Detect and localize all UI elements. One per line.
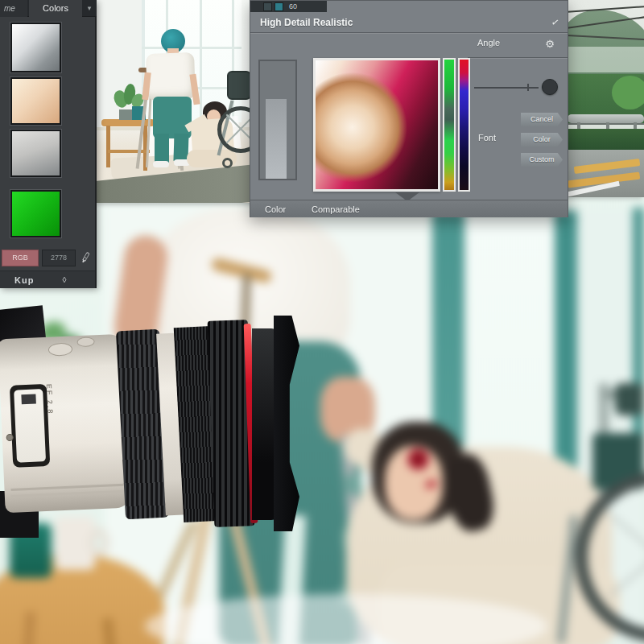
table-shelf (108, 150, 150, 153)
color-mode-button[interactable]: RGB (2, 250, 39, 266)
tab-partial[interactable]: me (0, 0, 27, 17)
road-photo[interactable] (568, 0, 644, 197)
slider-tick (527, 84, 529, 91)
footer-tab-comparable[interactable]: Comparable (312, 200, 392, 218)
angle-label: Angle (477, 38, 514, 51)
dialog-footer: Color Comparable (250, 200, 568, 217)
mini-swatch-teal[interactable] (275, 2, 283, 11)
barrel-groove (11, 490, 124, 497)
lens-hood (274, 316, 299, 531)
dialog-header: High Detail Realistic ✓ (250, 12, 568, 33)
divider (468, 57, 568, 58)
hedge (568, 129, 644, 150)
shoe (153, 161, 169, 167)
swatch-green[interactable] (10, 190, 61, 237)
teal-window-frame (633, 208, 644, 453)
angle-slider-knob[interactable] (542, 79, 558, 95)
plant-pot (119, 109, 133, 120)
color-value-field[interactable]: 2778 (42, 250, 76, 266)
barrel-groove (10, 484, 123, 491)
lens-barrel-white: EF 2.8 (0, 334, 131, 514)
distance-scale (14, 389, 46, 462)
cancel-button[interactable]: Cancel (521, 113, 563, 126)
eyedropper-icon[interactable]: 🖊 (76, 248, 96, 267)
panel-tab-bar: me Colors ▾ (0, 0, 97, 17)
diamond-icon[interactable]: ◊ (58, 271, 71, 289)
lens-button (76, 336, 95, 347)
editor-screenshot: EF 2.8 (0, 0, 644, 644)
gear-icon[interactable]: ⚙ (542, 36, 558, 52)
swatch-gray[interactable] (10, 130, 61, 177)
panel-footer: Kup ◊ (0, 270, 95, 288)
wheelchair-handle (615, 383, 644, 415)
dialog-mini-bar: 60 (250, 1, 327, 12)
dialog-title: High Detail Realistic (260, 12, 453, 33)
lens-button (48, 342, 73, 356)
table-leg (106, 126, 110, 167)
forehead-wound (407, 448, 429, 470)
green-slider-bar[interactable] (443, 58, 456, 192)
distance-marker (21, 394, 36, 405)
bush (612, 76, 644, 109)
focus-distance-window (10, 384, 50, 468)
swatches-panel: me Colors ▾ RGB 2778 🖊 Kup ◊ (0, 0, 97, 288)
window-bar (142, 47, 242, 49)
document-canvas-photo[interactable] (95, 0, 258, 203)
hue-slider-bar[interactable] (458, 58, 470, 192)
footer-label[interactable]: Kup (14, 271, 47, 289)
leg (155, 134, 169, 163)
color-button[interactable]: Color (521, 133, 563, 147)
wheelchair-caster (222, 158, 233, 168)
standing-person-pants (153, 97, 192, 138)
swatch-tan[interactable] (10, 77, 61, 125)
crutch-grip (345, 474, 362, 494)
tab-colors[interactable]: Colors (29, 0, 82, 17)
value-meter-fill (266, 99, 287, 179)
checkmark-icon[interactable]: ✓ (545, 10, 566, 34)
font-label: Font (478, 133, 510, 146)
wheelchair-backrest (227, 71, 251, 100)
chevron-down-icon[interactable]: ▾ (84, 0, 95, 17)
mini-swatch-dark[interactable] (263, 2, 272, 11)
custom-button[interactable]: Custom (521, 153, 563, 167)
color-gradient-field[interactable] (313, 58, 440, 192)
standing-person-shirt (146, 52, 196, 101)
mist (568, 47, 644, 72)
value-meter[interactable] (258, 60, 297, 180)
footer-tab-color[interactable]: Color (265, 200, 305, 218)
color-picker-dialog: 60 High Detail Realistic ✓ Angle ⚙ Font … (250, 0, 568, 217)
camera-lens: EF 2.8 (0, 308, 302, 539)
mini-value: 60 (289, 1, 313, 12)
angle-slider-track[interactable] (474, 87, 539, 89)
swatch-silver[interactable] (10, 23, 61, 72)
